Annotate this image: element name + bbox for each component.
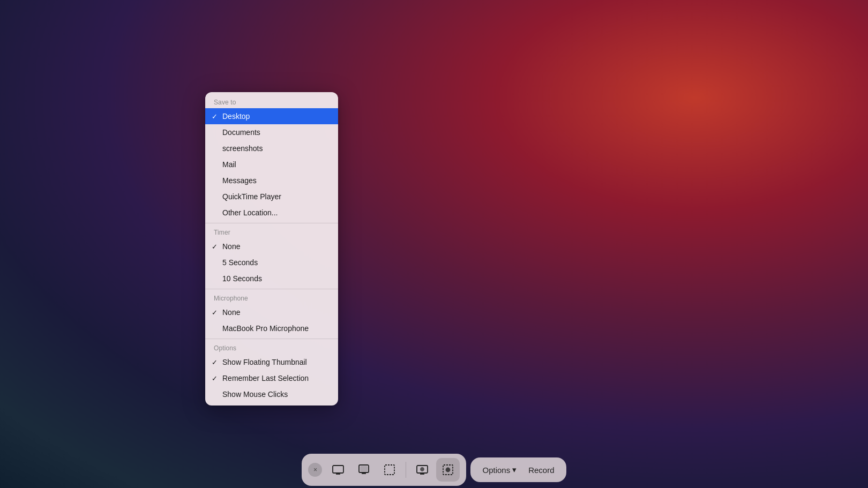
capture-screen-icon [332,463,345,476]
capture-window-button[interactable] [352,458,376,482]
menu-item-mic-none[interactable]: ✓ None [205,304,338,320]
record-selection-icon [442,463,454,476]
menu-item-timer-none[interactable]: ✓ None [205,238,338,254]
check-icon-timer-none: ✓ [212,243,218,251]
record-button[interactable]: Record [523,462,559,478]
menu-item-mail[interactable]: Mail [205,156,338,172]
separator-1 [205,223,338,223]
menu-item-mic-macbook[interactable]: MacBook Pro Microphone [205,320,338,336]
menu-item-messages[interactable]: Messages [205,172,338,189]
menu-item-timer-5sec[interactable]: 5 Seconds [205,254,338,271]
svg-rect-4 [361,467,367,471]
capture-window-icon [357,463,370,476]
menu-item-desktop[interactable]: ✓ Desktop [205,108,338,124]
microphone-label: Microphone [205,291,338,304]
menu-item-other-location[interactable]: Other Location... [205,205,338,221]
svg-rect-0 [333,466,343,473]
capture-selection-button[interactable] [378,458,401,482]
save-to-label: Save to [205,95,338,108]
check-icon-remember: ✓ [212,374,218,382]
chevron-down-icon: ▾ [512,465,517,475]
separator-2 [205,289,338,289]
toolbar-pill: × [302,454,466,486]
options-section-label: Options [205,341,338,354]
check-icon-desktop: ✓ [212,112,218,121]
menu-item-remember-selection[interactable]: ✓ Remember Last Selection [205,370,338,386]
menu-item-show-thumbnail[interactable]: ✓ Show Floating Thumbnail [205,354,338,370]
check-icon-mic-none: ✓ [212,309,218,317]
options-dropdown: Save to ✓ Desktop Documents screenshots … [205,92,338,406]
toolbar-divider [406,462,406,478]
timer-label: Timer [205,226,338,238]
record-screen-icon [416,463,429,476]
options-button[interactable]: Options ▾ [477,462,522,478]
menu-item-show-mouse-clicks[interactable]: Show Mouse Clicks [205,386,338,402]
check-icon-thumbnail: ✓ [212,358,218,366]
options-record-pill: Options ▾ Record [470,457,566,482]
capture-selection-icon [383,463,396,476]
menu-item-documents[interactable]: Documents [205,124,338,140]
svg-point-13 [446,468,450,472]
record-selection-button[interactable] [436,458,460,482]
menu-item-screenshots[interactable]: screenshots [205,140,338,156]
separator-3 [205,339,338,339]
menu-item-quicktime[interactable]: QuickTime Player [205,189,338,205]
capture-screen-button[interactable] [326,458,350,482]
taskbar: × [0,452,868,488]
svg-point-9 [421,468,424,471]
svg-rect-7 [385,465,394,475]
menu-item-timer-10sec[interactable]: 10 Seconds [205,271,338,287]
close-button[interactable]: × [308,463,322,477]
record-screen-button[interactable] [410,458,434,482]
desktop-background [0,0,868,488]
